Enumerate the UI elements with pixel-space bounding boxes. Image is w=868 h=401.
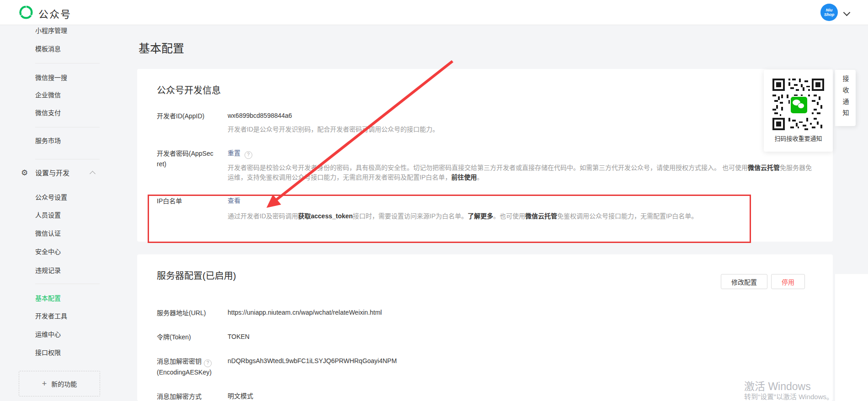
top-bar: 公众号 Niu Shop (0, 0, 868, 25)
token-label: 令牌(Token) (157, 332, 225, 343)
token-value: TOKEN (228, 332, 250, 341)
sidebar-item-violation-record[interactable]: 违规记录 (35, 266, 61, 275)
receive-notice-tab[interactable]: 接收通知 (835, 70, 856, 126)
server-config-title: 服务器配置(已启用) (157, 269, 236, 282)
desc-text: 。也可使用 (493, 212, 525, 220)
sidebar-item-service-market[interactable]: 服务市场 (35, 136, 61, 145)
appsecret-desc-line2: 运维，支持免鉴权调用公众号接口能力，无需启用开发者密码及配置IP白名单，前往使用… (228, 173, 483, 182)
appsecret-label-line2: ret) (157, 160, 166, 168)
sidebar-item-staff-settings[interactable]: 人员设置 (35, 211, 61, 220)
appsecret-label-line1: 开发者密码(AppSec (157, 150, 213, 157)
appid-value: wx6899bcd8598844a6 (228, 111, 292, 120)
ip-whitelist-actions: 查看 (228, 196, 240, 205)
sidebar-item-miniprogram[interactable]: 小程序管理 (35, 26, 67, 35)
question-icon[interactable]: ? (204, 359, 212, 367)
desc-text: 免服务器免 (780, 164, 812, 171)
disable-button[interactable]: 停用 (771, 274, 805, 289)
dev-info-title: 公众号开发信息 (157, 83, 221, 96)
wechat-mp-logo-icon (18, 5, 34, 21)
sidebar-item-dev-tools[interactable]: 开发者工具 (35, 311, 67, 321)
plus-icon: + (42, 379, 47, 389)
qr-caption: 扫码接收重要通知 (764, 134, 833, 142)
background-panel (835, 274, 868, 401)
desc-text: 开发者密码是校验公众号开发者身份的密码，具有极高的安全性。切记勿把密码直接交给第… (228, 164, 748, 171)
appsecret-label: 开发者密码(AppSec ret) (157, 148, 225, 169)
sidebar-section-settings-dev[interactable]: 设置与开发 (35, 169, 69, 178)
server-url-label: 服务器地址(URL) (157, 308, 225, 318)
receive-notice-label: 接收通知 (841, 75, 850, 121)
sidebar-item-account-settings[interactable]: 公众号设置 (35, 193, 67, 202)
aeskey-value: nDQRbgsAh3WtedL9wbFC1iLSYJQ6PRWHRqGoayi4… (228, 356, 397, 365)
sidebar-item-template-msg[interactable]: 模板消息 (35, 44, 61, 53)
dev-info-card: 公众号开发信息 开发者ID(AppID) wx6899bcd8598844a6 … (137, 69, 833, 242)
new-feature-button[interactable]: + 新的功能 (19, 371, 100, 396)
cloud-hosting-link[interactable]: 微信云托管 (525, 212, 557, 220)
cloud-hosting-link[interactable]: 微信云托管 (748, 164, 780, 171)
ip-whitelist-desc: 通过开发者ID及密码调用获取access_token接口时，需要设置访问来源IP… (228, 211, 698, 221)
avatar-text: Shop (824, 12, 835, 17)
account-menu-chevron-down-icon[interactable] (843, 9, 851, 16)
brand[interactable]: 公众号 (18, 5, 71, 21)
encrypt-mode-value: 明文模式 (228, 391, 253, 401)
sidebar-item-verification[interactable]: 微信认证 (35, 229, 61, 238)
sidebar-item-basic-config[interactable]: 基本配置 (35, 294, 61, 303)
question-icon[interactable]: ? (245, 151, 252, 159)
account-avatar[interactable]: Niu Shop (820, 4, 838, 21)
sidebar-divider (35, 284, 100, 284)
sidebar-item-wepay[interactable]: 微信支付 (35, 108, 61, 117)
appid-desc: 开发者ID是公众号开发识别码，配合开发者密码可调用公众号的接口能力。 (228, 125, 439, 134)
notice-qr-card: 扫码接收重要通知 (764, 70, 833, 152)
aeskey-label-line1: 消息加解密密钥 (157, 358, 202, 365)
appsecret-desc-line1: 开发者密码是校验公众号开发者身份的密码，具有极高的安全性。切记勿把密码直接交给第… (228, 163, 812, 173)
ip-whitelist-label: IP白名单 (157, 196, 225, 206)
go-use-link[interactable]: 前往使用 (451, 174, 477, 181)
qr-code (772, 79, 824, 130)
aeskey-label-line2: (EncodingAESKey) (157, 369, 212, 376)
sidebar-item-api-permission[interactable]: 接口权限 (35, 348, 61, 357)
sidebar-item-wework[interactable]: 企业微信 (35, 90, 61, 100)
aeskey-label: 消息加解密密钥? (EncodingAESKey) (157, 356, 225, 378)
desc-text: 。 (477, 174, 483, 181)
new-feature-label: 新的功能 (51, 379, 77, 388)
desc-text: 接口时，需要设置访问来源IP为白名单。 (353, 212, 468, 220)
learn-more-link[interactable]: 了解更多 (468, 212, 493, 220)
sidebar-divider (35, 127, 100, 127)
desc-text: 运维，支持免鉴权调用公众号接口能力，无需启用开发者密码及配置IP白名单， (228, 174, 451, 181)
sidebar-nav: 小程序管理 模板消息 微信搜一搜 企业微信 微信支付 服务市场 ⚙ 设置与开发 … (0, 25, 114, 401)
sidebar-item-search[interactable]: 微信搜一搜 (35, 73, 67, 82)
gear-icon: ⚙ (21, 169, 28, 178)
appsecret-reset-link[interactable]: 重置 (228, 149, 240, 157)
page-title: 基本配置 (138, 39, 184, 56)
avatar-text: Niu (826, 8, 833, 12)
desc-text: 通过开发者ID及密码调用 (228, 212, 298, 220)
modify-config-button[interactable]: 修改配置 (721, 274, 767, 289)
sidebar-item-ops-center[interactable]: 运维中心 (35, 330, 61, 339)
wechat-logo-icon (790, 96, 808, 114)
product-name: 公众号 (38, 6, 71, 21)
chevron-up-icon[interactable] (90, 171, 96, 177)
ip-whitelist-view-link[interactable]: 查看 (228, 197, 240, 204)
wechat-mp-admin-basic-config: 公众号 Niu Shop 小程序管理 模板消息 微信搜一搜 企业微信 微信支付 … (0, 0, 868, 401)
server-config-card: 服务器配置(已启用) 修改配置 停用 服务器地址(URL) https://un… (137, 254, 833, 401)
desc-text: 免鉴权调用公众号接口能力，无需配置IP白名单。 (557, 212, 698, 220)
get-access-token-text: 获取access_token (298, 212, 353, 220)
encrypt-mode-label: 消息加解密方式 (157, 391, 225, 401)
appid-label: 开发者ID(AppID) (157, 111, 225, 121)
appsecret-actions: 重置 ? (228, 148, 252, 159)
server-url-value: https://uniapp.niuteam.cn/wap/wchat/rela… (228, 308, 382, 317)
sidebar-item-security-center[interactable]: 安全中心 (35, 247, 61, 256)
sidebar-divider (35, 159, 100, 159)
sidebar-divider (35, 63, 100, 63)
